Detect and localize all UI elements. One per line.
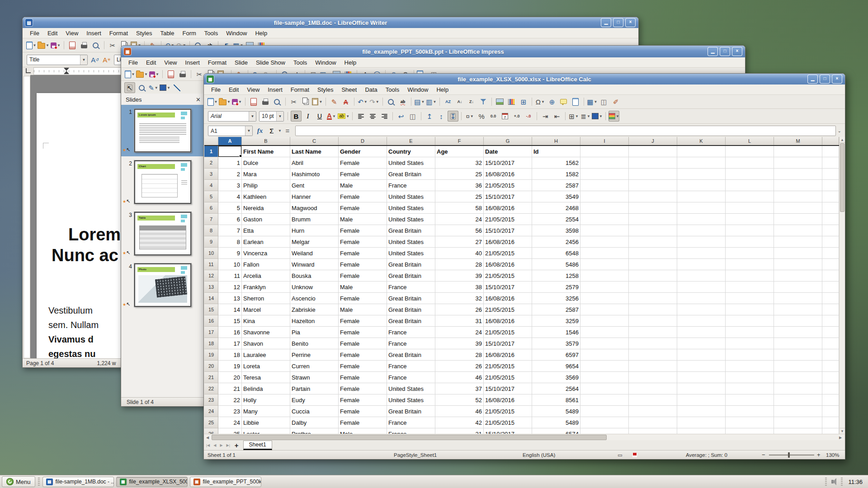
cell[interactable]: 21/05/2015 [484,372,532,383]
cell[interactable]: 19 [218,361,242,372]
cell[interactable]: 16/08/2016 [484,394,532,406]
cell[interactable] [677,394,726,406]
cell[interactable]: France [387,180,435,191]
cell[interactable]: Hurn [290,225,339,236]
previous-sheet-icon[interactable]: ◀ [213,443,216,447]
cell[interactable]: Female [339,236,387,248]
cell[interactable] [629,270,677,282]
menu-insert[interactable]: Insert [181,59,203,66]
cell[interactable] [677,146,726,157]
cell[interactable]: 25 [218,428,242,434]
chevron-down-icon[interactable]: ▼ [470,114,474,118]
cell[interactable]: France [387,282,435,293]
next-sheet-icon[interactable]: ▶ [220,443,222,447]
text-language[interactable]: English (USA) [523,452,555,458]
cell[interactable]: United States [387,157,435,169]
sheet-tab-sheet1[interactable]: Sheet1 [243,441,272,450]
cell[interactable]: Etta [242,225,290,236]
split-window-icon[interactable]: ◫ [599,96,609,107]
cell[interactable]: 8561 [532,394,580,406]
cell[interactable] [677,304,726,315]
chevron-down-icon[interactable]: ▼ [238,100,242,104]
cell[interactable] [677,293,726,304]
cell[interactable] [822,259,839,270]
cell[interactable] [726,202,774,214]
cell[interactable]: Curren [290,361,339,372]
cell[interactable] [822,372,839,383]
cell[interactable]: 58 [435,202,484,214]
cell[interactable] [822,157,839,169]
cell[interactable]: Earlean [242,236,290,248]
cell[interactable]: 5486 [532,259,580,270]
cell[interactable]: 28 [435,259,484,270]
column-header-F[interactable]: F [435,137,484,145]
cell[interactable]: Benito [290,338,339,349]
calc-titlebar[interactable]: ▦ file_example_XLSX_5000.xlsx - LibreOff… [204,74,845,84]
cell[interactable]: Belinda [242,383,290,394]
cell[interactable]: 3579 [532,338,580,349]
chevron-down-icon[interactable]: ▼ [227,100,231,104]
format-as-percent-icon[interactable]: % [476,111,487,122]
cell[interactable] [774,146,822,157]
cell[interactable] [774,157,822,169]
page-count[interactable]: Page 1 of 4 [26,360,54,366]
zoom-slider[interactable] [769,455,814,455]
sort-icon[interactable]: AZ [443,96,453,107]
horizontal-scrollbar[interactable]: ◀ ▶ [204,434,844,441]
wrap-text-icon[interactable]: ↩ [396,111,406,122]
row-header-6[interactable]: 6 [204,202,218,214]
cell[interactable]: Holly [242,394,290,406]
cell[interactable]: 2587 [532,180,580,191]
print-icon[interactable] [177,69,188,80]
clock[interactable]: 11:36 [848,479,863,485]
borders-icon[interactable]: ⊞▼ [568,111,579,122]
cell[interactable]: 26 [435,304,484,315]
slide-item-4[interactable]: 4Photo★↖ [121,259,205,311]
minimize-button[interactable]: ▁ [601,18,611,27]
row-header-24[interactable]: 24 [204,406,218,417]
cell[interactable]: Female [339,372,387,383]
cell[interactable]: 2579 [532,282,580,293]
cell[interactable] [677,191,726,202]
cell[interactable] [677,236,726,248]
cell[interactable] [677,361,726,372]
cell[interactable] [726,236,774,248]
sort-ascending-icon[interactable]: A↓ [454,96,465,107]
select-icon[interactable]: ↖ [124,82,135,93]
cell[interactable]: United States [387,191,435,202]
chevron-down-icon[interactable]: ▼ [155,86,158,90]
cell[interactable] [629,169,677,180]
animation-indicator-icon[interactable]: ★↖ [123,198,130,204]
open-icon[interactable]: ▼ [38,40,49,51]
insert-mode-icon[interactable]: ▭ [618,452,623,458]
insert-line-icon[interactable] [171,82,182,93]
cell[interactable] [677,338,726,349]
menu-edit[interactable]: Edit [44,29,61,37]
cell[interactable]: Female [339,191,387,202]
cell[interactable]: 18 [218,349,242,361]
cell[interactable]: 2456 [532,236,580,248]
row-header-17[interactable]: 17 [204,327,218,338]
cell[interactable] [774,428,822,434]
animation-indicator-icon[interactable]: ★↖ [123,250,130,256]
cell[interactable]: Franklyn [242,282,290,293]
cell[interactable] [629,428,677,434]
cell[interactable]: 16/08/2016 [484,315,532,327]
cell[interactable]: Female [339,383,387,394]
chevron-down-icon[interactable]: ▼ [245,126,252,136]
cell[interactable]: 24 [435,327,484,338]
menu-window[interactable]: Window [222,29,250,37]
cell[interactable] [726,293,774,304]
cell[interactable]: Id [532,146,580,157]
menu-insert[interactable]: Insert [264,86,286,94]
cell[interactable]: 1258 [532,270,580,282]
menu-view[interactable]: View [160,59,180,66]
cell[interactable] [629,282,677,293]
new-icon[interactable]: ▼ [26,40,37,51]
open-icon[interactable]: ▼ [136,69,148,80]
chevron-down-icon[interactable]: ▼ [167,86,170,90]
cell[interactable]: 21 [435,428,484,434]
cell[interactable]: Vincenza [242,248,290,259]
cell[interactable] [726,428,774,434]
cell[interactable] [774,304,822,315]
